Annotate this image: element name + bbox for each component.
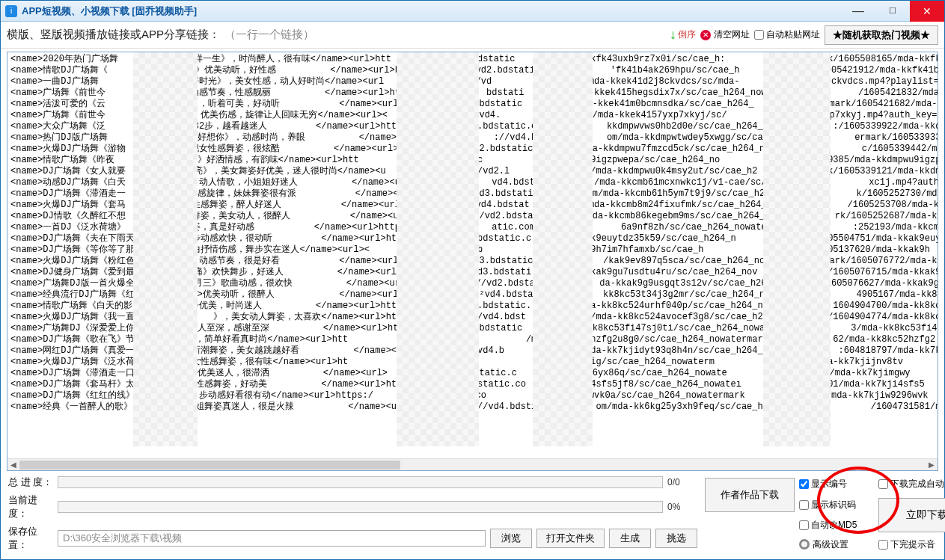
random-hot-button[interactable]: ★随机获取热门视频★ bbox=[825, 25, 938, 45]
titlebar: i APP短视频、小视频下载 [固乔视频助手] — ☐ ✕ bbox=[1, 1, 944, 22]
done-sound-input[interactable] bbox=[878, 540, 888, 550]
auto-md5-input[interactable] bbox=[799, 520, 809, 530]
scroll-thumb[interactable] bbox=[19, 461, 400, 470]
url-textarea-container: <name>2020年热门广场舞 样一生》，时尚醉人，很有味</name><ur… bbox=[7, 52, 938, 471]
auto-paste-label: 自动粘贴网址 bbox=[766, 28, 820, 41]
sort-label: 倒序 bbox=[678, 31, 696, 39]
browse-button[interactable]: 浏览 bbox=[490, 529, 532, 548]
sort-arrow-icon: ↓ bbox=[670, 27, 676, 43]
current-progress-value: 0% bbox=[667, 502, 697, 512]
scroll-right-icon[interactable]: ▶ bbox=[926, 459, 938, 471]
pick-button[interactable]: 挑选 bbox=[655, 529, 697, 548]
window-title: APP短视频、小视频下载 [固乔视频助手] bbox=[22, 4, 197, 18]
clear-label: 清空网址 bbox=[714, 28, 750, 41]
bottom-panel: 总 进 度： 0/0 当前进度： 0% 保存位置： D:\360安全浏览器下载\… bbox=[1, 471, 944, 559]
done-sound-checkbox[interactable]: 下完提示音 bbox=[878, 538, 945, 551]
url-toolbar: 横版、竖版视频播放链接或APP分享链接： （一行一个链接） ↓ 倒序 ✕ 清空网… bbox=[1, 22, 944, 49]
show-number-checkbox[interactable]: 显示编号 bbox=[799, 478, 874, 490]
scroll-left-icon[interactable]: ◀ bbox=[7, 459, 19, 471]
clear-urls-button[interactable]: ✕ 清空网址 bbox=[700, 28, 750, 41]
current-progress-bar bbox=[58, 501, 663, 513]
save-path-input[interactable]: D:\360安全浏览器下载\视频 bbox=[58, 530, 486, 547]
current-progress-label: 当前进度： bbox=[8, 493, 53, 520]
open-folder-button[interactable]: 打开文件夹 bbox=[536, 529, 605, 548]
url-prompt: 横版、竖版视频播放链接或APP分享链接： bbox=[7, 28, 220, 42]
show-id-checkbox[interactable]: 显示标识码 bbox=[799, 499, 874, 511]
sort-button[interactable]: ↓ 倒序 bbox=[670, 27, 696, 43]
total-progress-label: 总 进 度： bbox=[8, 476, 53, 489]
show-number-input[interactable] bbox=[799, 479, 809, 489]
url-hint: （一行一个链接） bbox=[224, 28, 314, 42]
horizontal-scrollbar[interactable]: ◀ ▶ bbox=[7, 458, 938, 470]
app-window: i APP短视频、小视频下载 [固乔视频助手] — ☐ ✕ 横版、竖版视频播放链… bbox=[0, 0, 945, 560]
scroll-track[interactable] bbox=[19, 459, 926, 471]
left-pane: 总 进 度： 0/0 当前进度： 0% 保存位置： D:\360安全浏览器下载\… bbox=[8, 476, 697, 552]
close-button[interactable]: ✕ bbox=[910, 1, 944, 22]
total-progress-bar bbox=[58, 476, 663, 488]
auto-shutdown-input[interactable] bbox=[878, 479, 888, 489]
auto-shutdown-checkbox[interactable]: 下载完成自动关机 bbox=[878, 478, 945, 490]
download-now-button[interactable]: 立即下载 bbox=[878, 498, 945, 532]
author-works-button[interactable]: 作者作品下载 bbox=[705, 478, 795, 512]
advanced-settings-button[interactable]: 高级设置 bbox=[799, 538, 874, 551]
save-path-label: 保存位置： bbox=[8, 525, 53, 552]
auto-paste-input[interactable] bbox=[754, 30, 764, 40]
clear-x-icon: ✕ bbox=[700, 30, 711, 40]
generate-button[interactable]: 生成 bbox=[609, 529, 651, 548]
auto-md5-checkbox[interactable]: 自动改MD5 bbox=[799, 519, 874, 532]
show-id-input[interactable] bbox=[799, 500, 809, 510]
minimize-button[interactable]: — bbox=[841, 1, 875, 22]
gear-icon bbox=[799, 539, 810, 550]
url-textarea[interactable]: <name>2020年热门广场舞 样一生》，时尚醉人，很有味</name><ur… bbox=[7, 52, 938, 458]
maximize-button[interactable]: ☐ bbox=[875, 1, 910, 22]
app-icon: i bbox=[5, 5, 17, 17]
auto-paste-checkbox[interactable]: 自动粘贴网址 bbox=[754, 28, 820, 41]
right-pane: 作者作品下载 显示编号 显示标识码 自动改MD5 高级设置 下载完成自动关机 bbox=[705, 476, 937, 552]
total-progress-value: 0/0 bbox=[667, 477, 697, 487]
